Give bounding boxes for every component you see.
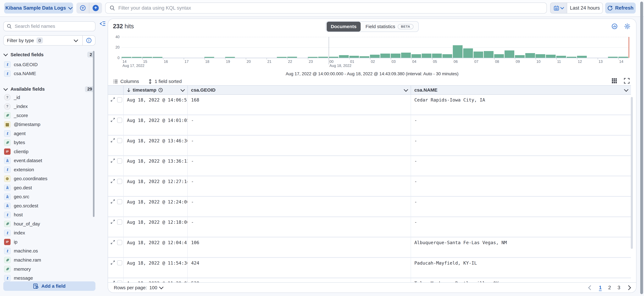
histogram-bar [370,55,380,58]
row-checkbox[interactable] [117,260,122,266]
histogram-bar [463,48,473,58]
kql-search-input[interactable]: Filter your data using KQL syntax [105,2,547,14]
expand-document-icon[interactable] [110,118,115,122]
columns-button[interactable]: Columns [113,79,139,84]
expand-document-icon[interactable] [110,240,115,245]
column-menu-chevron-icon[interactable] [624,87,628,92]
page-button-1[interactable]: 1 [599,285,602,291]
field-name: message [14,276,33,281]
row-checkbox[interactable] [117,138,122,143]
field-item-bytes[interactable]: #bytes [4,138,93,147]
expand-document-icon[interactable] [110,260,115,265]
expand-document-icon[interactable] [110,158,115,163]
x-axis-tick-label: 21 [267,59,271,64]
display-density-icon[interactable] [612,78,617,84]
field-item-host[interactable]: thost [4,210,93,220]
expand-document-icon[interactable] [110,138,115,143]
sort-fields-button[interactable]: 1 field sorted [148,79,182,84]
field-item-index[interactable]: tindex [4,229,93,238]
field-item-geo.dest[interactable]: kgeo.dest [4,183,93,192]
cell-timestamp: Aug 18, 2022 @ 12:24:06.875 [124,197,188,217]
page-button-2[interactable]: 2 [608,285,611,291]
field-item-ip[interactable]: IPip [4,237,93,247]
field-item-_id[interactable]: ?_id [4,93,93,102]
window-scrollbar[interactable] [640,1,643,294]
field-item-machine.ram[interactable]: #machine.ram [4,256,93,265]
field-type-k-icon: k [4,157,10,164]
geoid-column-header[interactable]: csa.GEOID [188,86,411,94]
expand-document-icon[interactable] [110,97,115,102]
selected-fields-header[interactable]: Selected fields 2 [4,51,94,58]
field-item-_index[interactable]: ?_index [4,102,93,111]
field-type-q-icon: ? [4,103,10,110]
table-row: Aug 18, 2022 @ 14:06:51.816168Cedar Rapi… [108,95,631,115]
field-item-message[interactable]: tmessage [4,274,93,283]
current-time-marker [628,37,629,58]
tab-documents[interactable]: Documents [327,22,361,31]
field-item-geo.coordinates[interactable]: ⊕geo.coordinates [4,174,93,183]
page-button-3[interactable]: 3 [618,285,620,291]
gear-icon[interactable] [624,23,630,29]
row-checkbox[interactable] [117,158,122,164]
fullscreen-icon[interactable] [624,78,630,84]
field-search-input[interactable]: Search field names [3,21,96,31]
tab-field-statistics[interactable]: Field statisticsBETA [362,22,418,31]
timestamp-column-header[interactable]: timestamp [124,86,188,94]
expand-document-icon[interactable] [110,179,115,183]
field-item-machine.os[interactable]: tmachine.os [4,247,93,256]
hits-label: hits [124,23,134,29]
field-item-clientip[interactable]: IPclientip [4,147,93,156]
row-checkbox[interactable] [117,220,122,225]
field-item-geo.srcdest[interactable]: kgeo.srcdest [4,201,93,210]
rows-per-page-button[interactable]: Rows per page: 100 [114,285,163,290]
x-axis-tick-label: 15 [143,59,147,64]
row-checkbox[interactable] [117,179,122,184]
histogram-bar [401,53,411,58]
x-axis-tick-label: 05 [433,59,437,64]
field-item-@timestamp[interactable]: ▦@timestamp [4,120,93,129]
column-menu-chevron-icon[interactable] [404,87,408,92]
field-item-extension[interactable]: textension [4,165,93,174]
field-item-geo.src[interactable]: kgeo.src [4,192,93,201]
row-checkbox[interactable] [117,240,122,245]
row-checkbox[interactable] [117,97,122,102]
previous-page-button[interactable] [588,285,593,290]
saved-query-menu-button[interactable] [76,2,89,14]
row-checkbox[interactable] [117,118,122,123]
data-view-picker[interactable]: Kibana Sample Data Logs [4,2,73,14]
name-column-header[interactable]: csa.NAME [411,86,631,94]
time-range-value[interactable]: Last 24 hours [567,2,603,14]
field-item-memory[interactable]: #memory [4,265,93,274]
field-type-k-icon: k [4,185,10,191]
kql-placeholder: Filter your data using KQL syntax [118,5,191,11]
available-fields-header[interactable]: Available fields 29 [4,85,94,93]
collapse-sidebar-button[interactable] [100,20,106,27]
top-query-bar: Kibana Sample Data Logs + Filter your [0,0,644,17]
add-field-button[interactable]: Add a field [3,282,96,291]
filter-by-type-dropdown[interactable]: Filter by type 0 [3,35,96,45]
next-page-button[interactable] [626,285,631,290]
field-name: csa.NAME [14,71,36,76]
field-name: geo.dest [14,185,32,190]
field-item-hour_of_day[interactable]: #hour_of_day [4,219,93,229]
add-filter-button[interactable]: + [89,2,102,14]
calendar-icon [554,5,559,11]
field-item-event.dataset[interactable]: kevent.dataset [4,156,93,165]
cell-name: Albuquerque-Santa Fe-Las Vegas, NM [411,237,631,257]
field-item-agent[interactable]: tagent [4,129,93,138]
field-item-_score[interactable]: #_score [4,111,93,120]
column-menu-chevron-icon[interactable] [180,87,185,92]
info-icon[interactable] [86,37,92,43]
expand-document-icon[interactable] [110,199,115,204]
row-checkbox[interactable] [117,199,122,204]
expand-document-icon[interactable] [110,220,115,224]
field-item-csa.NAME[interactable]: tcsa.NAME [4,69,93,78]
date-picker-button[interactable] [550,2,567,14]
refresh-button[interactable]: Refresh [605,2,636,14]
grid-scrollbar[interactable] [631,97,633,249]
histogram-bar [225,57,235,58]
inspect-icon[interactable] [612,23,618,29]
histogram-bar [442,54,452,58]
sidebar-scrollbar[interactable] [93,51,94,217]
field-item-csa.GEOID[interactable]: tcsa.GEOID [4,60,93,69]
